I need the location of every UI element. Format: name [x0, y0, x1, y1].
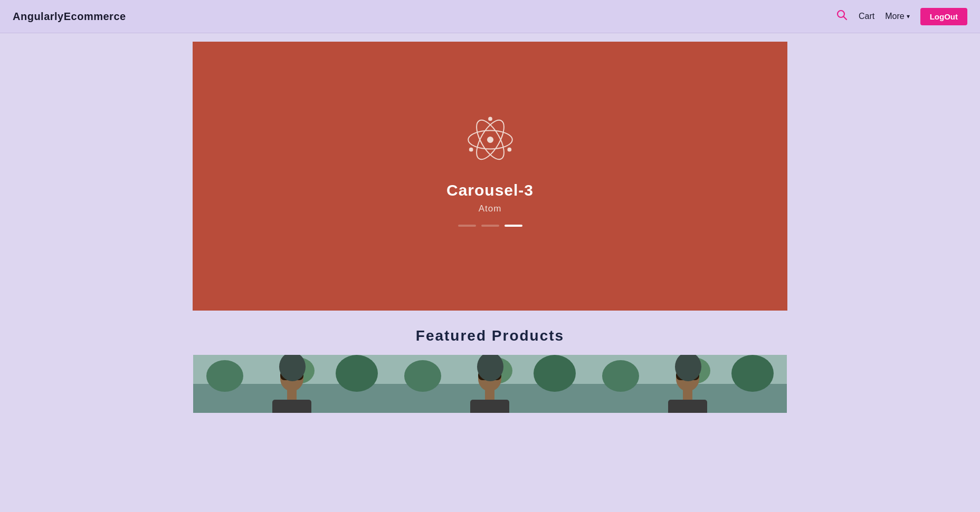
product-card-3[interactable]	[589, 355, 787, 413]
svg-rect-36	[676, 371, 699, 380]
product-card-2[interactable]	[391, 355, 589, 413]
carousel-indicator-2[interactable]	[481, 225, 499, 227]
chevron-down-icon: ▾	[907, 13, 910, 20]
products-grid	[0, 355, 980, 413]
product-image-2	[391, 355, 589, 413]
navbar: AngularlyEcommerce Cart More ▾ LogOut	[0, 0, 980, 33]
svg-point-8	[469, 148, 473, 152]
search-icon[interactable]	[835, 8, 848, 24]
svg-point-32	[602, 360, 639, 392]
featured-products-title: Featured Products	[0, 327, 980, 344]
carousel-container: Carousel-3 Atom	[193, 42, 787, 311]
more-label: More	[885, 12, 904, 21]
page-content: ‹ Carousel-3	[0, 37, 980, 413]
product-image-3	[589, 355, 787, 413]
carousel-section: ‹ Carousel-3	[0, 37, 980, 311]
brand-logo[interactable]: AngularlyEcommerce	[13, 11, 126, 23]
logout-button[interactable]: LogOut	[920, 8, 967, 25]
svg-rect-37	[683, 390, 692, 401]
svg-point-13	[336, 355, 378, 392]
svg-point-12	[206, 360, 243, 392]
product-card-1[interactable]	[193, 355, 391, 413]
svg-point-6	[488, 117, 492, 121]
carousel-content: Carousel-3 Atom	[446, 42, 534, 311]
svg-rect-16	[280, 371, 303, 380]
svg-rect-38	[668, 400, 707, 413]
cart-link[interactable]: Cart	[859, 12, 874, 21]
svg-rect-17	[287, 390, 297, 401]
svg-point-2	[487, 137, 493, 143]
svg-rect-18	[272, 400, 311, 413]
navbar-right: Cart More ▾ LogOut	[835, 8, 967, 25]
svg-point-33	[731, 355, 774, 392]
svg-rect-28	[470, 400, 509, 413]
svg-rect-26	[478, 371, 501, 380]
carousel-indicator-3[interactable]	[505, 225, 522, 227]
carousel-title: Carousel-3	[446, 181, 534, 199]
atom-icon	[461, 111, 519, 169]
svg-point-7	[507, 148, 511, 152]
more-dropdown[interactable]: More ▾	[885, 12, 909, 21]
product-image-1	[193, 355, 391, 413]
svg-rect-27	[485, 390, 494, 401]
carousel-indicator-1[interactable]	[458, 225, 476, 227]
svg-point-23	[534, 355, 576, 392]
featured-section: Featured Products	[0, 311, 980, 413]
carousel-indicators	[458, 225, 522, 227]
svg-point-22	[404, 360, 441, 392]
svg-line-1	[843, 17, 846, 20]
carousel-subtitle: Atom	[479, 204, 502, 214]
